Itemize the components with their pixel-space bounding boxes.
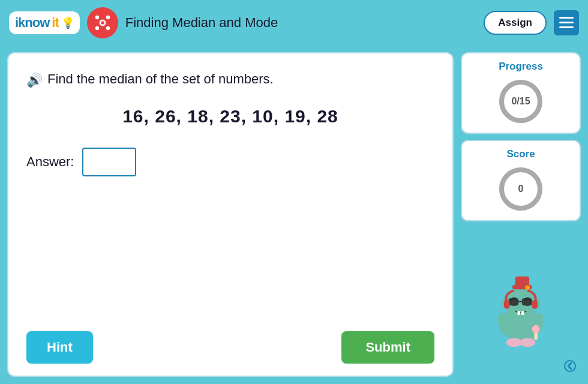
logo-it: it (52, 15, 58, 31)
main-content: 🔊 Find the median of the set of numbers.… (0, 45, 588, 384)
back-button[interactable] (559, 355, 581, 377)
progress-value: 0/15 (511, 96, 530, 107)
submit-button[interactable]: Submit (341, 331, 434, 364)
numbers-display: 16, 26, 18, 23, 10, 19, 28 (26, 106, 434, 127)
bottom-buttons: Hint Submit (26, 331, 434, 364)
hamburger-line-3 (559, 26, 574, 28)
svg-point-4 (106, 15, 110, 19)
svg-point-33 (506, 338, 522, 347)
svg-point-35 (565, 361, 575, 371)
svg-rect-18 (522, 298, 532, 305)
hint-button[interactable]: Hint (26, 331, 93, 364)
score-label: Score (506, 148, 535, 160)
svg-point-32 (532, 325, 540, 333)
app-header: iknowit 💡 Finding Median and Mode Assign (0, 0, 588, 45)
svg-point-2 (101, 21, 104, 24)
progress-section: Progress 0/15 (461, 52, 581, 134)
right-panel: Progress 0/15 Score 0 (461, 52, 581, 377)
logo-text-iknow: iknow (15, 15, 49, 31)
mascot-area (485, 227, 557, 349)
progress-circle: 0/15 (497, 77, 545, 125)
score-value: 0 (518, 184, 524, 194)
svg-point-3 (95, 15, 99, 19)
svg-point-26 (525, 286, 529, 290)
svg-point-6 (106, 26, 110, 29)
svg-rect-27 (504, 300, 509, 309)
svg-rect-28 (532, 300, 538, 309)
svg-rect-21 (521, 311, 524, 316)
question-area: 🔊 Find the median of the set of numbers. (26, 71, 434, 88)
answer-label: Answer: (26, 154, 74, 170)
page-title: Finding Median and Mode (125, 15, 477, 31)
score-section: Score 0 (461, 140, 581, 221)
score-circle: 0 (497, 165, 545, 213)
svg-rect-20 (517, 311, 520, 316)
question-text: Find the median of the set of numbers. (47, 71, 274, 87)
svg-rect-17 (508, 298, 518, 305)
hamburger-line-2 (559, 22, 574, 23)
logo: iknowit 💡 (9, 11, 80, 34)
answer-input[interactable] (82, 148, 136, 176)
menu-button[interactable] (554, 10, 579, 35)
assign-button[interactable]: Assign (484, 11, 547, 35)
bulb-icon: 💡 (61, 16, 74, 29)
question-panel: 🔊 Find the median of the set of numbers.… (7, 52, 454, 377)
sound-icon[interactable]: 🔊 (26, 73, 43, 88)
mascot-character (485, 265, 557, 349)
svg-point-34 (520, 338, 535, 347)
progress-label: Progress (499, 61, 543, 73)
film-reel-icon (87, 7, 118, 38)
hamburger-line-1 (559, 17, 574, 19)
answer-area: Answer: (26, 148, 434, 176)
svg-point-5 (95, 26, 99, 29)
svg-rect-25 (515, 277, 529, 287)
